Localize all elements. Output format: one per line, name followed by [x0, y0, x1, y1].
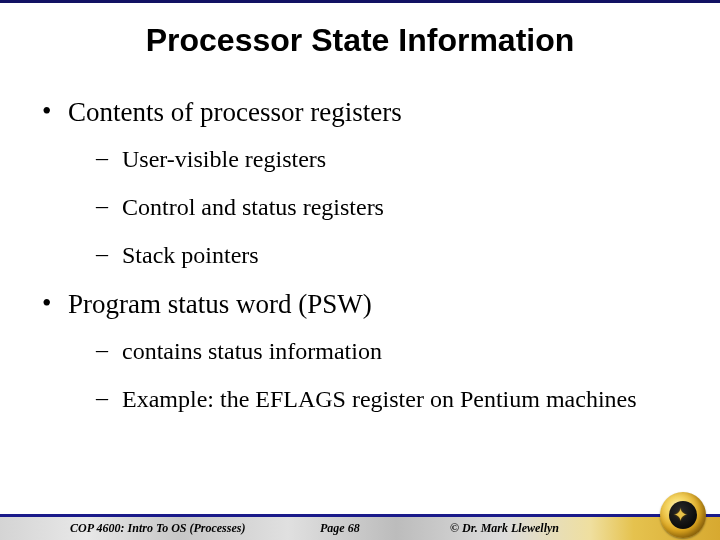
logo-star-icon: ✦	[673, 506, 688, 524]
bullet-text: Control and status registers	[122, 192, 684, 222]
bullet-level1: • Program status word (PSW)	[36, 288, 684, 322]
bullet-level2: – Example: the EFLAGS register on Pentiu…	[96, 384, 684, 414]
bullet-dash-icon: –	[96, 144, 122, 171]
bullet-level1: • Contents of processor registers	[36, 96, 684, 130]
bullet-level2: – Control and status registers	[96, 192, 684, 222]
footer: COP 4600: Intro To OS (Processes) Page 6…	[0, 498, 720, 540]
footer-copyright: © Dr. Mark Llewellyn	[450, 521, 559, 536]
bullet-text: Program status word (PSW)	[68, 288, 684, 322]
footer-course: COP 4600: Intro To OS (Processes)	[70, 521, 245, 536]
bullet-text: contains status information	[122, 336, 684, 366]
bullet-text: Stack pointers	[122, 240, 684, 270]
bullet-dash-icon: –	[96, 192, 122, 219]
bullet-dash-icon: –	[96, 240, 122, 267]
bullet-text: User-visible registers	[122, 144, 684, 174]
bullet-dot-icon: •	[36, 96, 68, 127]
top-rule	[0, 0, 720, 3]
slide-title: Processor State Information	[0, 22, 720, 59]
bullet-level2: – contains status information	[96, 336, 684, 366]
bullet-dot-icon: •	[36, 288, 68, 319]
bullet-level2: – User-visible registers	[96, 144, 684, 174]
slide-body: • Contents of processor registers – User…	[36, 96, 684, 432]
ucf-logo: ✦	[660, 492, 706, 538]
footer-page: Page 68	[320, 521, 360, 536]
bullet-text: Example: the EFLAGS register on Pentium …	[122, 384, 684, 414]
bullet-text: Contents of processor registers	[68, 96, 684, 130]
bullet-dash-icon: –	[96, 336, 122, 363]
bullet-level2: – Stack pointers	[96, 240, 684, 270]
bullet-dash-icon: –	[96, 384, 122, 411]
